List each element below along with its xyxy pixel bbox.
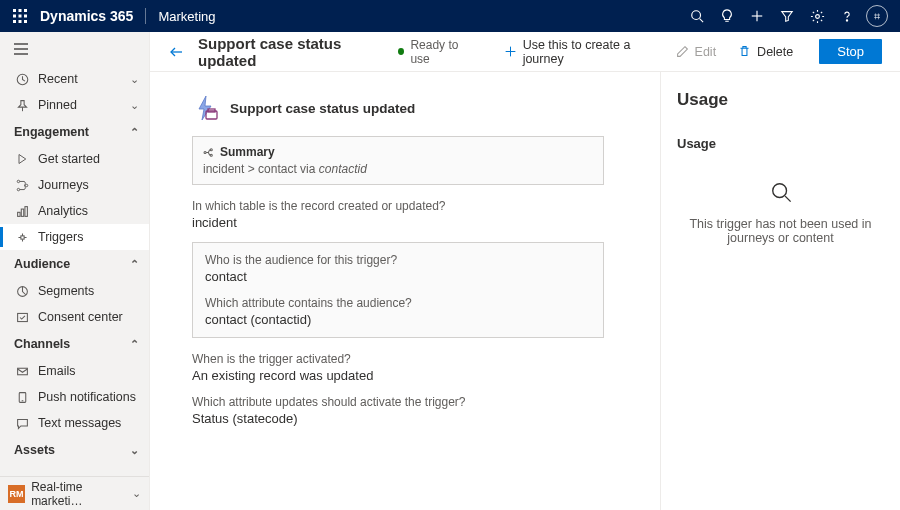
svg-point-40 [772,184,786,198]
nav-label: Segments [38,284,94,298]
usage-heading: Usage [677,90,884,110]
svg-point-21 [17,180,19,182]
usage-empty-state: This trigger has not been used in journe… [677,181,884,245]
status-dot-icon [398,48,404,55]
nav-push[interactable]: Push notifications [0,384,149,410]
summary-box: Summary incident > contact via contactid [192,136,604,185]
trash-icon [738,45,751,58]
nav-segments[interactable]: Segments [0,278,149,304]
svg-rect-30 [17,368,27,375]
pin-icon [14,99,30,112]
nav-label: Recent [38,72,78,86]
svg-point-23 [17,188,19,190]
chevron-up-icon: ⌃ [130,126,139,139]
svg-rect-29 [17,313,27,321]
card-title: Support case status updated [230,101,415,116]
divider [145,8,146,24]
usage-panel: Usage Usage This trigger has not been us… [660,72,900,510]
filter-icon[interactable] [772,0,802,32]
stop-button[interactable]: Stop [819,39,882,64]
svg-line-41 [785,196,791,202]
global-nav-bar: Dynamics 365 Marketing ⌗ [0,0,900,32]
chevron-down-icon: ⌄ [132,487,141,500]
create-journey-button[interactable]: Use this to create a journey [500,34,658,70]
svg-rect-0 [13,9,16,12]
nav-text[interactable]: Text messages [0,410,149,436]
clock-icon [14,73,30,86]
svg-rect-26 [24,206,26,216]
branch-icon [203,147,214,158]
trigger-icon [14,231,30,244]
search-icon [677,181,884,203]
svg-rect-1 [19,9,22,12]
svg-rect-4 [19,15,22,18]
svg-point-15 [846,20,847,21]
chevron-down-icon: ⌄ [130,99,139,112]
nav-label: Push notifications [38,390,136,404]
svg-rect-8 [24,20,27,23]
summary-path: incident > contact via contactid [203,162,593,176]
svg-rect-27 [20,235,23,238]
svg-rect-6 [13,20,16,23]
page-title: Support case status updated [198,35,378,69]
status-badge: Ready to use [398,38,471,66]
nav-triggers[interactable]: Triggers [0,224,149,250]
sidebar-toggle[interactable] [0,32,149,66]
usage-subheading: Usage [677,136,884,151]
app-launcher-icon[interactable] [8,9,32,23]
chevron-up-icon: ⌃ [130,258,139,271]
chevron-up-icon: ⌃ [130,338,139,351]
help-icon[interactable] [832,0,862,32]
section-engagement[interactable]: Engagement ⌃ [0,118,149,146]
section-audience[interactable]: Audience ⌃ [0,250,149,278]
section-assets[interactable]: Assets ⌄ [0,436,149,464]
chevron-down-icon: ⌄ [130,73,139,86]
play-icon [14,153,30,165]
nav-pinned[interactable]: Pinned ⌄ [0,92,149,118]
nav-journeys[interactable]: Journeys [0,172,149,198]
nav-label: Pinned [38,98,77,112]
nav-consent[interactable]: Consent center [0,304,149,330]
nav-label: Consent center [38,310,123,324]
svg-rect-5 [24,15,27,18]
nav-label: Analytics [38,204,88,218]
analytics-icon [14,205,30,218]
svg-rect-3 [13,15,16,18]
svg-rect-2 [24,9,27,12]
audience-box: Who is the audience for this trigger? co… [192,242,604,338]
nav-recent[interactable]: Recent ⌄ [0,66,149,92]
qa-which: Which attribute updates should activate … [192,395,604,426]
search-icon[interactable] [682,0,712,32]
edit-button: Edit [672,41,721,63]
add-icon[interactable] [742,0,772,32]
main-region: Support case status updated Ready to use… [150,32,900,510]
lightbulb-icon[interactable] [712,0,742,32]
nav-emails[interactable]: Emails [0,358,149,384]
delete-button[interactable]: Delete [734,41,797,63]
back-button[interactable] [168,44,184,60]
section-channels[interactable]: Channels ⌃ [0,330,149,358]
area-badge: RM [8,485,25,503]
journey-icon [14,179,30,192]
user-avatar[interactable]: ⌗ [862,0,892,32]
svg-point-9 [692,11,701,20]
consent-icon [14,311,30,324]
nav-label: Triggers [38,230,83,244]
nav-analytics[interactable]: Analytics [0,198,149,224]
nav-get-started[interactable]: Get started [0,146,149,172]
mail-icon [14,365,30,378]
svg-rect-7 [19,20,22,23]
nav-label: Text messages [38,416,121,430]
nav-label: Get started [38,152,100,166]
pencil-icon [676,45,689,58]
segments-icon [14,285,30,298]
area-label: Real-time marketi… [31,480,132,508]
svg-rect-24 [17,212,19,216]
product-name: Dynamics 365 [40,8,133,24]
detail-panel: Support case status updated Summary inci… [150,72,660,510]
nav-label: Emails [38,364,76,378]
settings-icon[interactable] [802,0,832,32]
summary-label: Summary [220,145,275,159]
area-switcher[interactable]: RM Real-time marketi… ⌄ [0,476,149,510]
svg-point-38 [210,148,212,150]
